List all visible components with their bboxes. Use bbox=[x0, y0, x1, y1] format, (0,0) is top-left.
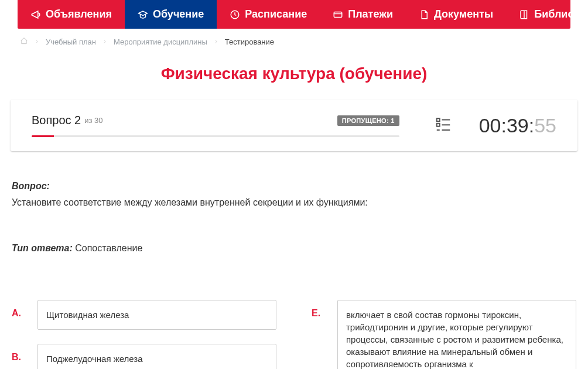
svg-rect-3 bbox=[436, 124, 439, 127]
option-box[interactable]: Поджелудочная железа bbox=[37, 344, 276, 369]
option-letter: A. bbox=[12, 300, 26, 319]
nav-label: Библиотека bbox=[534, 8, 588, 20]
card-icon bbox=[333, 9, 343, 20]
option-box[interactable]: включает в свой состав гормоны тироксин,… bbox=[337, 300, 576, 369]
page-title: Физическая культура (обучение) bbox=[9, 64, 579, 83]
book-icon bbox=[519, 9, 529, 20]
nav-documents[interactable]: Документы bbox=[406, 0, 506, 29]
nav-payments[interactable]: Платежи bbox=[320, 0, 406, 29]
nav-library[interactable]: Библиотека bbox=[506, 0, 588, 29]
question-label: Вопрос: bbox=[12, 181, 50, 191]
crumb-current: Тестирование bbox=[225, 37, 274, 46]
left-column: A. Щитовидная железа B. Поджелудочная же… bbox=[12, 300, 276, 369]
list-item: A. Щитовидная железа bbox=[12, 300, 276, 330]
question-list-button[interactable] bbox=[435, 115, 452, 135]
nav-label: Расписание bbox=[245, 8, 307, 20]
answer-type-value: Сопоставление bbox=[75, 243, 142, 253]
nav-label: Обучение bbox=[153, 8, 204, 20]
chevron-right-icon bbox=[102, 37, 108, 46]
megaphone-icon bbox=[30, 9, 41, 20]
timer: 00:39:55 bbox=[479, 114, 556, 137]
graduation-icon bbox=[138, 9, 148, 20]
nav-label: Объявления bbox=[46, 8, 112, 20]
svg-rect-2 bbox=[436, 118, 439, 121]
home-icon[interactable] bbox=[20, 37, 28, 47]
timer-seconds: 55 bbox=[534, 114, 556, 137]
quiz-status-card: Вопрос 2 из 30 ПРОПУЩЕНО: 1 00:39:55 bbox=[11, 100, 577, 151]
question-body: Вопрос: Установите соответствие между же… bbox=[12, 179, 576, 255]
answer-type-label: Тип ответа: bbox=[12, 243, 73, 253]
clock-icon bbox=[230, 9, 240, 20]
timer-main: 00:39: bbox=[479, 114, 535, 137]
question-counter: Вопрос 2 bbox=[32, 114, 81, 127]
doc-icon bbox=[419, 9, 429, 20]
chevron-right-icon bbox=[34, 37, 40, 46]
nav-label: Платежи bbox=[348, 8, 393, 20]
crumb-plan[interactable]: Учебный план bbox=[46, 37, 96, 46]
nav-announcements[interactable]: Объявления bbox=[18, 0, 125, 29]
chevron-right-icon bbox=[213, 37, 219, 46]
option-box[interactable]: Щитовидная железа bbox=[37, 300, 276, 330]
breadcrumb: Учебный план Мероприятие дисциплины Тест… bbox=[9, 29, 579, 52]
list-item: B. Поджелудочная железа bbox=[12, 344, 276, 369]
list-item: E. включает в свой состав гормоны тирокс… bbox=[312, 300, 576, 369]
option-letter: B. bbox=[12, 344, 26, 363]
crumb-event[interactable]: Мероприятие дисциплины bbox=[114, 37, 207, 46]
question-total: из 30 bbox=[84, 116, 102, 125]
option-letter: E. bbox=[312, 300, 326, 319]
nav-label: Документы bbox=[434, 8, 493, 20]
nav-schedule[interactable]: Расписание bbox=[217, 0, 320, 29]
matching-area: A. Щитовидная железа B. Поджелудочная же… bbox=[9, 300, 579, 369]
progress-bar bbox=[32, 135, 399, 137]
svg-rect-1 bbox=[334, 12, 342, 17]
question-text: Установите соответствие между железами в… bbox=[12, 196, 576, 210]
skipped-badge: ПРОПУЩЕНО: 1 bbox=[337, 115, 399, 126]
top-nav: Объявления Обучение Расписание Платежи Д… bbox=[18, 0, 570, 29]
nav-learning[interactable]: Обучение bbox=[125, 0, 217, 29]
right-column: E. включает в свой состав гормоны тирокс… bbox=[312, 300, 576, 369]
